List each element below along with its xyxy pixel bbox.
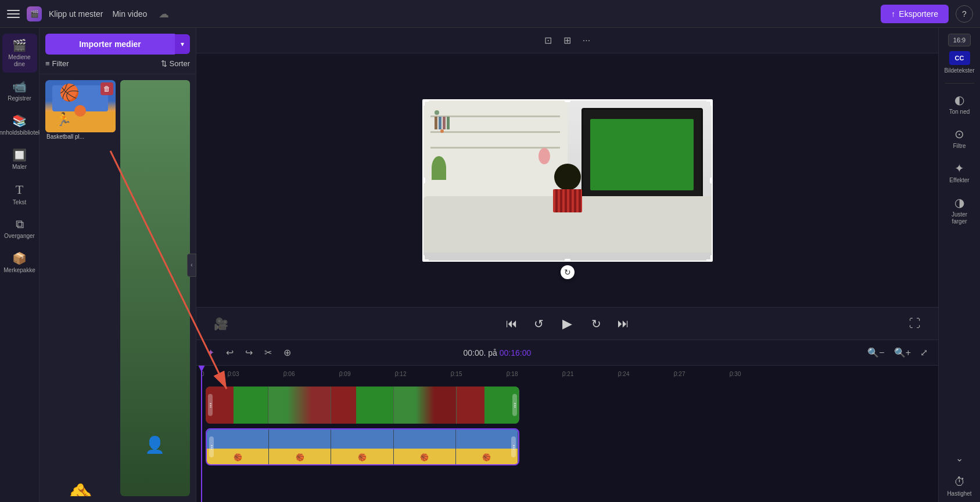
ai-button[interactable]: ✦ [203,345,218,360]
timeline-ruler: 0 0:03 0:06 0:09 0:12 0:15 0:18 0:21 0:2… [196,366,938,382]
media-grid: 🏀 🏃 🗑 Legg til på tidslinje 🫵 Basketball… [40,74,196,502]
frame-corner-br[interactable] [706,255,712,261]
frame-handle-bottom[interactable] [565,259,570,262]
topbar: 🎬 Klipp ut mester Min video ☁ ↑ Eksporte… [0,0,980,28]
track-basketball-thumbs: 🏀 🏀 🏀 [207,429,518,464]
rewind-button[interactable]: ↺ [530,313,547,334]
ruler-mark-0: 0 [201,371,228,377]
video-frame-inner [423,100,712,261]
ruler-mark-21: 0:21 [562,371,618,377]
import-button[interactable]: Importer medier [45,34,175,55]
right-tool-hastighet[interactable]: ⏱ Hastighet [941,471,978,502]
crop-button[interactable]: ⊡ [541,32,555,48]
filter-tool-icon: ⊙ [954,127,964,141]
right-tool-effekter[interactable]: ✦ Effekter [941,157,978,189]
sidebar-item-tekst[interactable]: T Tekst [2,178,37,211]
ruler-mark-15: 0:15 [451,371,507,377]
redo-button[interactable]: ↪ [242,345,256,360]
filter-sort-row: ≡ Filter ⇅ Sorter [45,59,190,68]
layout-button[interactable]: ⊞ [560,32,575,48]
filter-button[interactable]: ≡ Filter [45,59,69,68]
aspect-ratio-button[interactable]: 16:9 [948,34,971,46]
sort-icon: ⇅ [161,59,167,68]
cut-button[interactable]: ✂ [261,345,275,360]
app-icon: 🎬 [27,6,42,21]
topbar-right: ↑ Eksportere ? [881,5,973,23]
track-thumb-2 [268,387,331,424]
track-basketball[interactable]: 🏀 🏀 🏀 [206,428,519,465]
expand-timeline-button[interactable]: ⤢ [917,345,931,360]
sidebar-item-registrer[interactable]: 📹 Registrer [2,75,37,107]
sidebar-item-overganger[interactable]: ⧉ Overganger [2,213,37,244]
rotate-handle[interactable]: ↻ [561,265,575,279]
skip-forward-button[interactable]: ⏭ [614,313,633,334]
icon-sidebar: 🎬 Mediene dine 📹 Registrer 📚 Innholdsbib… [0,28,40,502]
export-button[interactable]: ↑ Eksportere [881,5,949,23]
chevron-down-button[interactable]: ⌄ [956,453,963,464]
track-thumb-4 [394,387,457,424]
library-icon: 📚 [12,114,27,128]
sort-button[interactable]: ⇅ Sorter [161,59,190,68]
right-tool-juster[interactable]: ◑ Juster farger [941,191,978,230]
playback-controls: 🎥 ⏮ ↺ ▶ ↻ ⏭ ⛶ [196,307,938,340]
track-handle-left-2[interactable] [209,436,214,457]
sidebar-item-mediene[interactable]: 🎬 Mediene dine [2,34,37,73]
right-tool-ton-ned[interactable]: ◐ Ton ned [941,88,978,120]
sidebar-item-innhold[interactable]: 📚 Innholdsbibliotek [2,109,37,141]
media-panel-top: Importer medier ▾ ≡ Filter ⇅ Sorter [40,28,196,74]
add-media-button[interactable]: ⊕ [280,345,295,360]
timeline-playhead[interactable] [201,366,202,382]
import-arrow-button[interactable]: ▾ [175,34,190,54]
ruler-mark-24: 0:24 [618,371,674,377]
media-item-basketball[interactable]: 🏀 🏃 🗑 Legg til på tidslinje 🫵 Basketball… [45,80,116,496]
track-thumb-1 [206,387,268,424]
transitions-icon: ⧉ [16,218,24,231]
frame-handle-top[interactable] [565,99,570,102]
frame-corner-tr[interactable] [706,100,712,106]
cc-icon: CC [949,51,970,65]
video-frame[interactable] [422,99,713,262]
track-main[interactable] [206,387,519,424]
media-item-mann[interactable]: 👤 Mann W... ✓ [120,80,191,496]
undo-button[interactable]: ↩ [222,345,237,360]
track-thumb-3 [331,387,394,424]
right-panel: 16:9 CC Bildetekster ◐ Ton ned ⊙ Filtre … [938,28,980,502]
ruler-mark-12: 0:12 [395,371,451,377]
ruler-mark-27: 0:27 [674,371,730,377]
ruler-mark-09: 0:09 [339,371,395,377]
zoom-out-button[interactable]: 🔍− [864,345,888,360]
right-tool-filtre[interactable]: ⊙ Filtre [941,122,978,154]
templates-icon: 🔲 [12,148,27,162]
delete-button-basketball[interactable]: 🗑 [100,82,113,95]
frame-label: på [488,348,497,357]
track-handle-left-1[interactable] [208,394,213,416]
ruler-marks: 0 0:03 0:06 0:09 0:12 0:15 0:18 0:21 0:2… [201,366,938,382]
more-options-button[interactable]: ··· [579,33,594,48]
frame-corner-bl[interactable] [423,255,429,261]
timeline-area: ✦ ↩ ↪ ✂ ⊕ 00:00. på 00:16:00 🔍− 🔍+ ⤢ [196,340,938,502]
collapse-panel-button[interactable]: ‹ [187,254,196,277]
zoom-in-button[interactable]: 🔍+ [891,345,914,360]
video-toolbar: ⊡ ⊞ ··· [196,28,938,53]
speed-icon: ⏱ [954,475,965,489]
basketball-label: Basketball pl... [45,133,116,140]
menu-icon[interactable] [7,8,20,20]
timeline-tracks: 🏀 🏀 🏀 [196,382,938,502]
fullscreen-button[interactable]: ⛶ [909,317,921,330]
track-handle-right-2[interactable] [511,436,516,457]
zoom-controls: 🔍− 🔍+ ⤢ [864,345,931,360]
frame-handle-left[interactable] [422,178,425,183]
frame-handle-right[interactable] [710,178,713,183]
forward-button[interactable]: ↻ [588,313,605,334]
play-button[interactable]: ▶ [557,313,579,335]
skip-back-button[interactable]: ⏮ [502,313,521,334]
track-thumb-5 [457,387,519,424]
frame-corner-tl[interactable] [423,100,429,106]
ruler-mark-03: 0:03 [228,371,283,377]
help-button[interactable]: ? [956,5,973,23]
sidebar-item-maler[interactable]: 🔲 Maler [2,143,37,175]
sidebar-item-merkepakke[interactable]: 📦 Merkepakke [2,247,37,279]
track-handle-right-1[interactable] [512,394,517,416]
camera-off-button[interactable]: 🎥 [214,317,228,331]
hand-cursor-icon: 🫵 [67,482,94,496]
